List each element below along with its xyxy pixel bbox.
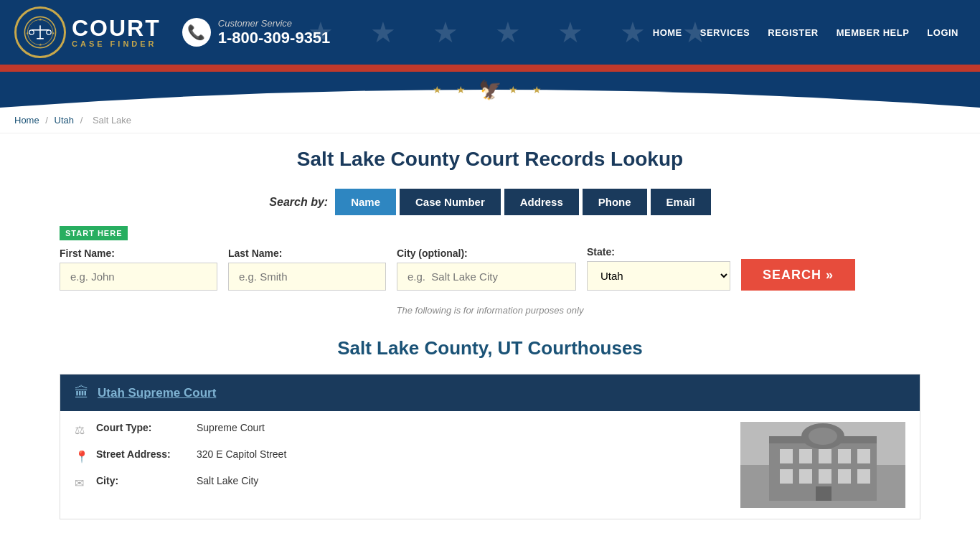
last-name-label: Last Name:	[228, 248, 386, 259]
courthouse-image	[740, 422, 905, 508]
state-group: State: Utah AlabamaAlaskaArizona Arkansa…	[587, 246, 730, 291]
site-header: ★ ★ ★ ★ COURT CASE FINDER ★ ★ ★ ★ ★ ★ ★ …	[0, 0, 980, 65]
tab-case-number[interactable]: Case Number	[400, 189, 501, 215]
svg-point-8	[29, 30, 34, 34]
main-nav: HOME SERVICES REGISTER MEMBER HELP LOGIN	[646, 23, 966, 42]
state-select[interactable]: Utah AlabamaAlaskaArizona ArkansasCalifo…	[587, 261, 730, 291]
main-content: Salt Lake County Court Records Lookup Se…	[31, 133, 949, 548]
header-phone: 📞 Customer Service 1-800-309-9351	[182, 18, 331, 47]
eagle-stars-left: ★ ★	[433, 84, 471, 95]
tab-name[interactable]: Name	[335, 189, 396, 215]
breadcrumb-home[interactable]: Home	[14, 115, 39, 126]
search-by-row: Search by: Name Case Number Address Phon…	[60, 189, 920, 215]
site-logo[interactable]: ★ ★ ★ ★ COURT CASE FINDER	[14, 6, 161, 58]
start-here-badge: START HERE	[60, 226, 128, 240]
phone-details: Customer Service 1-800-309-9351	[218, 18, 331, 47]
nav-home[interactable]: HOME	[646, 23, 689, 42]
svg-text:★: ★	[52, 32, 55, 35]
search-section: Search by: Name Case Number Address Phon…	[60, 189, 920, 291]
svg-point-9	[47, 30, 51, 34]
city-group: City (optional):	[397, 248, 576, 291]
courthouse-card-utah-supreme: 🏛 Utah Supreme Court ⚖ Court Type: Supre…	[60, 374, 920, 519]
breadcrumb-sep-2: /	[80, 115, 85, 126]
street-address-value: 320 E Capitol Street	[197, 448, 286, 460]
eagle-banner: ★ ★ 🦅 ★ ★	[0, 72, 980, 108]
svg-rect-16	[780, 449, 793, 463]
search-form-row: First Name: Last Name: City (optional): …	[60, 246, 920, 291]
city-value: Salt Lake City	[197, 475, 258, 486]
svg-rect-17	[799, 449, 812, 463]
courthouse-body: ⚖ Court Type: Supreme Court 📍 Street Add…	[60, 411, 920, 519]
city-label-info: City:	[96, 475, 189, 486]
address-icon: 📍	[75, 450, 89, 463]
svg-rect-20	[857, 449, 870, 463]
courthouse-name-link[interactable]: Utah Supreme Court	[98, 386, 216, 400]
breadcrumb: Home / Utah / Salt Lake	[0, 108, 980, 133]
court-type-value: Supreme Court	[197, 422, 265, 433]
logo-emblem: ★ ★ ★ ★	[23, 15, 57, 50]
tab-phone[interactable]: Phone	[583, 189, 647, 215]
search-button[interactable]: SEARCH »	[741, 259, 855, 291]
svg-point-28	[809, 428, 837, 445]
court-type-label: Court Type:	[96, 422, 189, 433]
logo-tagline: CASE FINDER	[72, 39, 161, 48]
svg-rect-19	[838, 449, 851, 463]
svg-rect-23	[819, 469, 831, 484]
first-name-group: First Name:	[60, 248, 217, 291]
form-container: START HERE First Name: Last Name: City (…	[60, 226, 920, 291]
customer-service-label: Customer Service	[218, 18, 331, 29]
phone-number: 1-800-309-9351	[218, 29, 331, 47]
eagle-center: ★ ★ 🦅 ★ ★	[433, 79, 547, 101]
last-name-input[interactable]	[228, 263, 386, 291]
city-label: City (optional):	[397, 248, 576, 259]
nav-login[interactable]: LOGIN	[920, 23, 966, 42]
first-name-label: First Name:	[60, 248, 217, 259]
svg-rect-10	[37, 38, 44, 39]
courthouse-info: ⚖ Court Type: Supreme Court 📍 Street Add…	[75, 422, 726, 508]
street-address-label: Street Address:	[96, 448, 189, 460]
first-name-input[interactable]	[60, 263, 217, 291]
state-label: State:	[587, 246, 730, 258]
breadcrumb-utah[interactable]: Utah	[55, 115, 74, 126]
breadcrumb-salt-lake: Salt Lake	[93, 115, 131, 126]
breadcrumb-sep-1: /	[45, 115, 50, 126]
svg-rect-21	[780, 469, 793, 484]
nav-register[interactable]: REGISTER	[760, 23, 825, 42]
svg-rect-26	[816, 486, 831, 501]
courthouse-building-svg	[740, 422, 905, 508]
svg-rect-22	[799, 469, 812, 484]
court-type-icon: ⚖	[75, 423, 89, 437]
svg-rect-18	[819, 449, 831, 463]
tab-address[interactable]: Address	[504, 189, 579, 215]
city-row: ✉ City: Salt Lake City	[75, 475, 726, 490]
city-input[interactable]	[397, 263, 576, 291]
eagle-icon: 🦅	[479, 79, 501, 101]
search-by-label: Search by:	[269, 196, 328, 209]
tab-email[interactable]: Email	[651, 189, 711, 215]
phone-icon: 📞	[182, 18, 211, 47]
last-name-group: Last Name:	[228, 248, 386, 291]
eagle-stars-right: ★ ★	[509, 84, 547, 95]
courthouse-header: 🏛 Utah Supreme Court	[60, 375, 920, 411]
svg-rect-25	[857, 469, 870, 484]
logo-court-text: COURT	[72, 17, 161, 39]
page-title: Salt Lake County Court Records Lookup	[60, 148, 920, 171]
logo-icon: ★ ★ ★ ★	[14, 6, 66, 58]
courthouse-icon: 🏛	[75, 385, 89, 401]
court-type-row: ⚖ Court Type: Supreme Court	[75, 422, 726, 437]
red-banner	[0, 65, 980, 72]
street-address-row: 📍 Street Address: 320 E Capitol Street	[75, 448, 726, 463]
logo-text-block: COURT CASE FINDER	[72, 17, 161, 48]
courthouses-title: Salt Lake County, UT Courthouses	[60, 337, 920, 359]
city-icon: ✉	[75, 476, 89, 490]
nav-services[interactable]: SERVICES	[693, 23, 758, 42]
svg-rect-6	[39, 25, 41, 39]
info-note: The following is for information purpose…	[60, 305, 920, 316]
nav-member-help[interactable]: MEMBER HELP	[829, 23, 917, 42]
svg-rect-24	[838, 469, 851, 484]
